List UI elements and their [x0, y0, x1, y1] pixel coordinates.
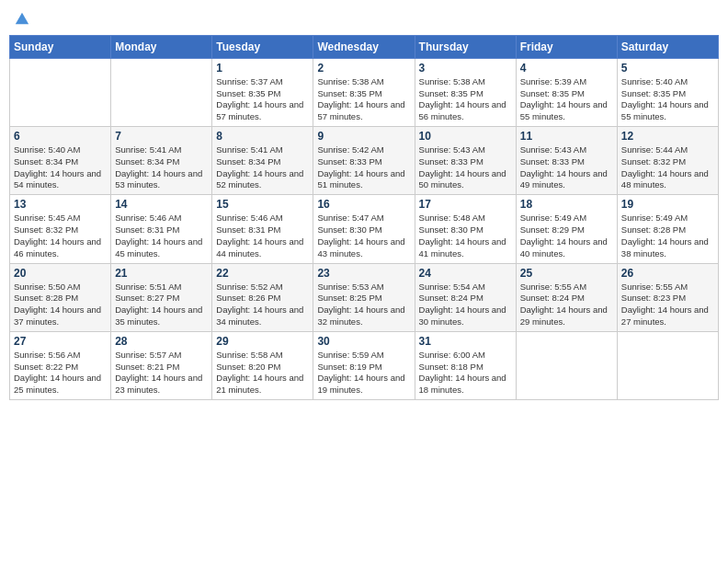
- calendar-header-cell: Friday: [516, 35, 617, 58]
- calendar-table: SundayMondayTuesdayWednesdayThursdayFrid…: [9, 35, 719, 400]
- calendar-header: SundayMondayTuesdayWednesdayThursdayFrid…: [10, 35, 719, 58]
- calendar-day-cell: 25Sunrise: 5:55 AMSunset: 8:24 PMDayligh…: [516, 263, 617, 331]
- day-info: Sunrise: 5:45 AMSunset: 8:32 PMDaylight:…: [14, 213, 107, 259]
- logo-text: [13, 9, 30, 28]
- day-info: Sunrise: 5:55 AMSunset: 8:24 PMDaylight:…: [520, 282, 613, 328]
- day-info: Sunrise: 5:37 AMSunset: 8:35 PMDaylight:…: [216, 76, 309, 123]
- calendar-day-cell: 12Sunrise: 5:44 AMSunset: 8:32 PMDayligh…: [617, 127, 718, 195]
- calendar-day-cell: 17Sunrise: 5:48 AMSunset: 8:30 PMDayligh…: [415, 195, 516, 263]
- calendar-day-cell: 1Sunrise: 5:37 AMSunset: 8:35 PMDaylight…: [212, 58, 313, 126]
- day-number: 2: [317, 62, 410, 75]
- day-number: 4: [520, 62, 613, 75]
- day-number: 18: [520, 198, 613, 211]
- calendar-day-cell: 2Sunrise: 5:38 AMSunset: 8:35 PMDaylight…: [313, 58, 415, 126]
- day-info: Sunrise: 6:00 AMSunset: 8:18 PMDaylight:…: [419, 350, 512, 396]
- day-number: 31: [419, 335, 512, 348]
- day-info: Sunrise: 5:43 AMSunset: 8:33 PMDaylight:…: [419, 144, 512, 191]
- calendar-day-cell: 21Sunrise: 5:51 AMSunset: 8:27 PMDayligh…: [111, 263, 212, 331]
- day-info: Sunrise: 5:49 AMSunset: 8:28 PMDaylight:…: [621, 213, 714, 259]
- calendar-day-cell: 13Sunrise: 5:45 AMSunset: 8:32 PMDayligh…: [10, 195, 111, 263]
- day-info: Sunrise: 5:50 AMSunset: 8:28 PMDaylight:…: [14, 282, 107, 328]
- day-number: 20: [14, 267, 107, 280]
- logo-icon: [14, 10, 30, 27]
- day-info: Sunrise: 5:47 AMSunset: 8:30 PMDaylight:…: [317, 213, 410, 259]
- day-info: Sunrise: 5:55 AMSunset: 8:23 PMDaylight:…: [621, 282, 714, 328]
- calendar-header-cell: Sunday: [10, 35, 111, 58]
- day-info: Sunrise: 5:57 AMSunset: 8:21 PMDaylight:…: [115, 350, 208, 396]
- calendar-day-cell: 23Sunrise: 5:53 AMSunset: 8:25 PMDayligh…: [313, 263, 415, 331]
- day-info: Sunrise: 5:43 AMSunset: 8:33 PMDaylight:…: [520, 144, 613, 191]
- calendar-day-cell: 16Sunrise: 5:47 AMSunset: 8:30 PMDayligh…: [313, 195, 415, 263]
- day-number: 8: [216, 130, 309, 143]
- calendar-day-cell: 14Sunrise: 5:46 AMSunset: 8:31 PMDayligh…: [111, 195, 212, 263]
- calendar-header-cell: Saturday: [617, 35, 718, 58]
- day-info: Sunrise: 5:53 AMSunset: 8:25 PMDaylight:…: [317, 282, 410, 328]
- calendar-day-cell: 6Sunrise: 5:40 AMSunset: 8:34 PMDaylight…: [10, 127, 111, 195]
- calendar-day-cell: 9Sunrise: 5:42 AMSunset: 8:33 PMDaylight…: [313, 127, 415, 195]
- day-info: Sunrise: 5:40 AMSunset: 8:34 PMDaylight:…: [14, 144, 107, 191]
- day-number: 14: [115, 198, 208, 211]
- day-info: Sunrise: 5:49 AMSunset: 8:29 PMDaylight:…: [520, 213, 613, 259]
- calendar-body: 1Sunrise: 5:37 AMSunset: 8:35 PMDaylight…: [10, 58, 719, 399]
- day-info: Sunrise: 5:44 AMSunset: 8:32 PMDaylight:…: [621, 144, 714, 191]
- day-number: 25: [520, 267, 613, 280]
- calendar-day-cell: 29Sunrise: 5:58 AMSunset: 8:20 PMDayligh…: [212, 331, 313, 399]
- day-info: Sunrise: 5:54 AMSunset: 8:24 PMDaylight:…: [419, 282, 512, 328]
- day-number: 5: [621, 62, 714, 75]
- calendar-day-cell: 24Sunrise: 5:54 AMSunset: 8:24 PMDayligh…: [415, 263, 516, 331]
- day-number: 21: [115, 267, 208, 280]
- day-number: 30: [317, 335, 410, 348]
- calendar-day-cell: 5Sunrise: 5:40 AMSunset: 8:35 PMDaylight…: [617, 58, 718, 126]
- calendar-day-cell: 10Sunrise: 5:43 AMSunset: 8:33 PMDayligh…: [415, 127, 516, 195]
- calendar-day-cell: 19Sunrise: 5:49 AMSunset: 8:28 PMDayligh…: [617, 195, 718, 263]
- logo: [13, 9, 30, 28]
- day-number: 22: [216, 267, 309, 280]
- day-info: Sunrise: 5:59 AMSunset: 8:19 PMDaylight:…: [317, 350, 410, 396]
- day-info: Sunrise: 5:48 AMSunset: 8:30 PMDaylight:…: [419, 213, 512, 259]
- day-number: 17: [419, 198, 512, 211]
- day-info: Sunrise: 5:56 AMSunset: 8:22 PMDaylight:…: [14, 350, 107, 396]
- day-number: 23: [317, 267, 410, 280]
- day-number: 26: [621, 267, 714, 280]
- calendar-day-cell: 20Sunrise: 5:50 AMSunset: 8:28 PMDayligh…: [10, 263, 111, 331]
- calendar-week-row: 1Sunrise: 5:37 AMSunset: 8:35 PMDaylight…: [10, 58, 719, 126]
- day-info: Sunrise: 5:41 AMSunset: 8:34 PMDaylight:…: [115, 144, 208, 191]
- day-number: 12: [621, 130, 714, 143]
- calendar-header-row: SundayMondayTuesdayWednesdayThursdayFrid…: [10, 35, 719, 58]
- day-number: 16: [317, 198, 410, 211]
- page-header: [9, 9, 719, 28]
- day-number: 19: [621, 198, 714, 211]
- calendar-day-cell: 4Sunrise: 5:39 AMSunset: 8:35 PMDaylight…: [516, 58, 617, 126]
- day-info: Sunrise: 5:46 AMSunset: 8:31 PMDaylight:…: [216, 213, 309, 259]
- calendar-week-row: 20Sunrise: 5:50 AMSunset: 8:28 PMDayligh…: [10, 263, 719, 331]
- day-info: Sunrise: 5:51 AMSunset: 8:27 PMDaylight:…: [115, 282, 208, 328]
- calendar-week-row: 27Sunrise: 5:56 AMSunset: 8:22 PMDayligh…: [10, 331, 719, 399]
- day-info: Sunrise: 5:42 AMSunset: 8:33 PMDaylight:…: [317, 144, 410, 191]
- calendar-day-cell: 22Sunrise: 5:52 AMSunset: 8:26 PMDayligh…: [212, 263, 313, 331]
- calendar-day-cell: 15Sunrise: 5:46 AMSunset: 8:31 PMDayligh…: [212, 195, 313, 263]
- calendar-header-cell: Monday: [111, 35, 212, 58]
- day-info: Sunrise: 5:41 AMSunset: 8:34 PMDaylight:…: [216, 144, 309, 191]
- calendar-day-cell: 8Sunrise: 5:41 AMSunset: 8:34 PMDaylight…: [212, 127, 313, 195]
- day-info: Sunrise: 5:39 AMSunset: 8:35 PMDaylight:…: [520, 76, 613, 123]
- calendar-day-cell: 3Sunrise: 5:38 AMSunset: 8:35 PMDaylight…: [415, 58, 516, 126]
- day-info: Sunrise: 5:52 AMSunset: 8:26 PMDaylight:…: [216, 282, 309, 328]
- calendar-day-cell: 30Sunrise: 5:59 AMSunset: 8:19 PMDayligh…: [313, 331, 415, 399]
- calendar-header-cell: Tuesday: [212, 35, 313, 58]
- day-number: 11: [520, 130, 613, 143]
- calendar-header-cell: Wednesday: [313, 35, 415, 58]
- calendar-header-cell: Thursday: [415, 35, 516, 58]
- svg-marker-0: [16, 13, 28, 25]
- day-number: 13: [14, 198, 107, 211]
- calendar-day-cell: 28Sunrise: 5:57 AMSunset: 8:21 PMDayligh…: [111, 331, 212, 399]
- day-info: Sunrise: 5:46 AMSunset: 8:31 PMDaylight:…: [115, 213, 208, 259]
- day-number: 27: [14, 335, 107, 348]
- day-number: 3: [419, 62, 512, 75]
- calendar-day-cell: [10, 58, 111, 126]
- day-number: 29: [216, 335, 309, 348]
- day-number: 24: [419, 267, 512, 280]
- day-number: 1: [216, 62, 309, 75]
- day-number: 15: [216, 198, 309, 211]
- day-info: Sunrise: 5:58 AMSunset: 8:20 PMDaylight:…: [216, 350, 309, 396]
- day-number: 28: [115, 335, 208, 348]
